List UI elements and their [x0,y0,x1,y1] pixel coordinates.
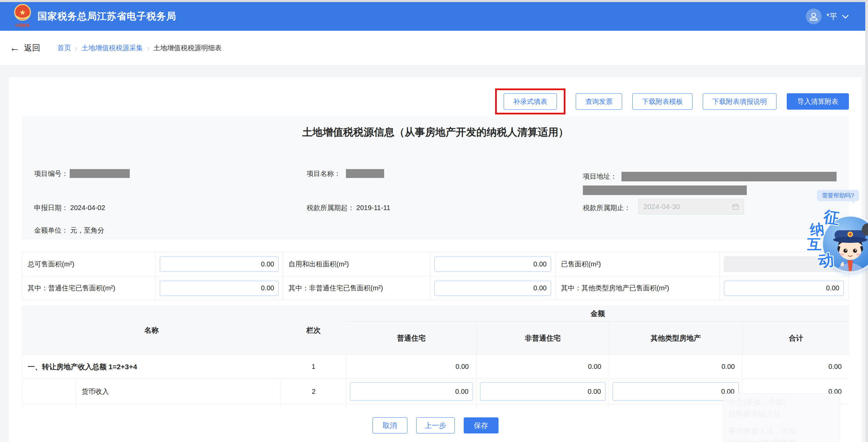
row-monetary-income-name: 货币收入 [76,387,109,396]
ime-hint-line2: Windows 键+空格键 [728,437,840,442]
project-addr-label: 项目地址： [583,171,617,181]
back-button[interactable]: ← 返回 [10,42,40,53]
row-total-income-name: 一、转让房地产收入总额 1=2+3+4 [22,355,281,379]
svg-text:★: ★ [19,8,26,17]
back-label: 返回 [24,42,40,53]
user-avatar[interactable] [806,9,822,24]
monetary-income-ordinary-input[interactable] [350,382,473,401]
project-name-redacted-value [346,169,384,178]
header-non-ordinary-residence: 非普通住宅 [476,321,609,355]
period-end-date-input: 2024-04-30 [638,199,744,215]
ordinary-sold-area-input[interactable] [160,281,279,296]
non-ordinary-sold-area-cell [430,276,555,300]
breadcrumb-bar: ← 返回 首页 › 土地增值税税源采集 › 土地增值税税源明细表 [0,31,865,65]
self-use-rental-area-input[interactable] [434,257,551,272]
project-addr-redacted-line2 [583,185,747,195]
header-col-no: 栏次 [281,306,346,355]
username: *平 [826,11,837,22]
row-total-income-colno: 1 [281,355,346,379]
highlight-annotation-box: 补录式填表 [495,88,565,114]
download-instructions-button[interactable]: 下载附表填报说明 [703,93,776,110]
user-area[interactable]: *平 [806,2,847,31]
cut-off-row [609,404,742,408]
header-name: 名称 [22,306,281,355]
ime-language-name: 中文(简体，中国) [728,397,840,408]
declare-date-label: 申报日期： [34,204,68,211]
form-title: 土地增值税税源信息（从事房地产开发的纳税人清算适用） [22,125,849,139]
toolbar: 补录式填表 查询发票 下载附表模板 下载附表填报说明 导入清算附表 [495,88,849,115]
back-arrow-icon: ← [10,43,20,53]
ime-hint-line1: 要切换输入法，请按 [728,425,840,437]
monetary-income-non-ordinary-cell [476,379,609,404]
form-info-panel: 土地增值税税源信息（从事房地产开发的纳税人清算适用） 项目编号： 项目名称： 项… [22,116,849,239]
breadcrumb: 首页 › 土地增值税税源采集 › 土地增值税税源明细表 [57,43,222,53]
unit-label: 金额单位： [34,226,68,234]
self-use-rental-area-cell [430,252,555,276]
project-addr-redacted-line1 [621,172,837,181]
previous-step-button[interactable]: 上一步 [416,417,455,433]
row-total-income-non-ordinary: 0.00 [476,355,609,379]
total-saleable-area-label: 总可售面积(m²) [22,252,155,276]
declare-date-value: 2024-04-02 [70,204,105,211]
breadcrumb-collect[interactable]: 土地增值税税源采集 [82,43,143,53]
sold-area-label: 已售面积(m²) [555,252,719,276]
logo-caption: 中国税务 [15,23,30,28]
row-indent-stub [22,379,76,404]
tax-bureau-logo: ★ 中国税务 [12,3,33,29]
ime-input-method-name: 搜狗拼音输入法 [728,408,840,420]
other-type-sold-area-input[interactable] [724,281,844,296]
ime-language-popup: 中文(简体，中国) 搜狗拼音输入法 要切换输入法，请按 Windows 键+空格… [723,393,840,442]
non-ordinary-sold-area-input[interactable] [434,281,551,296]
monetary-income-non-ordinary-input[interactable] [480,382,605,401]
amount-table: 名称 栏次 金额 普通住宅 非普通住宅 其他类型房地产 合计 一、转让房地产收入… [22,306,849,408]
self-use-rental-area-label: 自用和出租面积(m²) [283,252,430,276]
etax-page: ★ 中国税务 国家税务总局江苏省电子税务局 *平 ← 返回 首页 › 土地增值税… [0,0,868,442]
row-total-income-ordinary: 0.00 [346,355,476,379]
header-other-type: 其他类型房地产 [609,321,742,355]
other-type-sold-area-cell [719,276,848,300]
project-no-redacted-value [70,169,130,178]
unit-value: 元，至角分 [70,226,104,234]
query-invoice-button[interactable]: 查询发票 [576,93,622,110]
help-bubble[interactable]: 需要帮助吗? [817,190,859,201]
breadcrumb-current: 土地增值税税源明细表 [153,43,222,53]
project-no-label: 项目编号： [34,168,68,179]
save-button[interactable]: 保存 [464,417,499,433]
period-end-value: 2024-04-30 [643,203,680,211]
declare-date-field: 申报日期： 2024-04-02 [34,203,105,213]
site-title: 国家税务总局江苏省电子税务局 [38,10,176,23]
monetary-income-ordinary-cell [346,379,476,404]
import-liquidation-button[interactable]: 导入清算附表 [787,93,849,110]
row-monetary-income-colno: 2 [281,379,346,404]
mascot-char: 征 [822,206,841,229]
monetary-income-other-input[interactable] [613,382,739,401]
app-header: ★ 中国税务 国家税务总局江苏省电子税务局 *平 [0,2,865,31]
project-name-label: 项目名称： [307,168,341,179]
mascot-char: 动 [817,249,835,272]
ordinary-sold-area-cell [155,276,283,300]
header-ordinary-residence: 普通住宅 [346,321,476,355]
period-start-field: 税款所属期起： 2019-11-11 [307,203,390,213]
calendar-icon [732,203,739,210]
breadcrumb-home[interactable]: 首页 [57,43,71,53]
supplementary-fill-button[interactable]: 补录式填表 [504,93,557,110]
ordinary-sold-area-label: 其中：普通住宅已售面积(m²) [22,276,155,300]
row-total-income-total: 0.00 [742,355,849,379]
unit-note: 金额单位： 元，至角分 [34,225,104,235]
person-icon [809,12,818,21]
cancel-button[interactable]: 取消 [373,417,407,433]
total-saleable-area-cell [155,252,283,276]
area-fields-table: 总可售面积(m²) 自用和出租面积(m²) 已售面积(m²) 其中：普通住宅已售… [22,252,849,300]
non-ordinary-sold-area-label: 其中：非普通住宅已售面积(m²) [283,276,430,300]
period-start-label: 税款所属期起： [307,204,354,211]
total-saleable-area-input[interactable] [160,257,279,272]
chevron-down-icon[interactable] [842,12,849,19]
download-template-button[interactable]: 下载附表模板 [632,93,692,110]
cut-off-row [281,404,346,408]
breadcrumb-separator: › [147,44,150,52]
row-monetary-income-name-cell: 货币收入 [22,379,281,404]
cut-off-row [476,404,609,408]
period-start-value: 2019-11-11 [356,204,390,211]
cut-off-row [22,404,281,408]
other-type-sold-area-label: 其中：其他类型房地产已售面积(m²) [555,276,719,300]
